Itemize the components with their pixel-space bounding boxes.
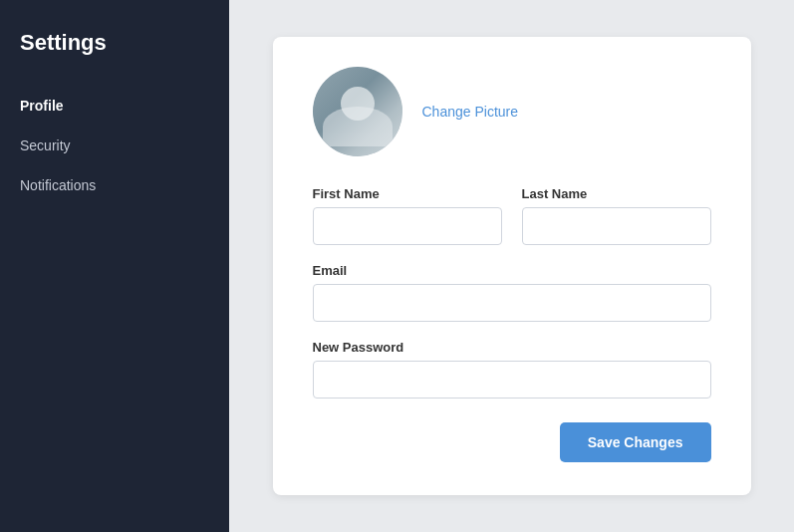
sidebar-item-security[interactable]: Security — [0, 126, 229, 165]
save-button-row: Save Changes — [313, 422, 711, 462]
new-password-group: New Password — [313, 340, 711, 399]
main-content: Change Picture First Name Last Name Emai… — [229, 0, 794, 532]
first-name-input[interactable] — [313, 207, 502, 245]
name-row: First Name Last Name — [313, 186, 711, 245]
change-picture-button[interactable]: Change Picture — [422, 104, 519, 120]
email-group: Email — [313, 263, 711, 322]
last-name-label: Last Name — [522, 186, 711, 201]
new-password-label: New Password — [313, 340, 711, 355]
sidebar-item-label-notifications: Notifications — [20, 177, 96, 193]
avatar-image — [313, 67, 402, 156]
avatar-section: Change Picture — [313, 67, 711, 156]
sidebar-item-label-profile: Profile — [20, 98, 64, 114]
last-name-group: Last Name — [522, 186, 711, 245]
first-name-label: First Name — [313, 186, 502, 201]
email-label: Email — [313, 263, 711, 278]
avatar — [313, 67, 402, 156]
save-changes-button[interactable]: Save Changes — [560, 422, 711, 462]
settings-card: Change Picture First Name Last Name Emai… — [273, 37, 751, 495]
email-section: Email — [313, 263, 711, 322]
email-input[interactable] — [313, 284, 711, 322]
sidebar-item-label-security: Security — [20, 137, 71, 153]
new-password-input[interactable] — [313, 361, 711, 399]
first-name-group: First Name — [313, 186, 502, 245]
sidebar-item-notifications[interactable]: Notifications — [0, 165, 229, 205]
last-name-input[interactable] — [522, 207, 711, 245]
sidebar-item-profile[interactable]: Profile — [0, 86, 229, 126]
password-section: New Password — [313, 340, 711, 399]
sidebar-title: Settings — [0, 20, 229, 86]
sidebar: Settings Profile Security Notifications — [0, 0, 229, 532]
